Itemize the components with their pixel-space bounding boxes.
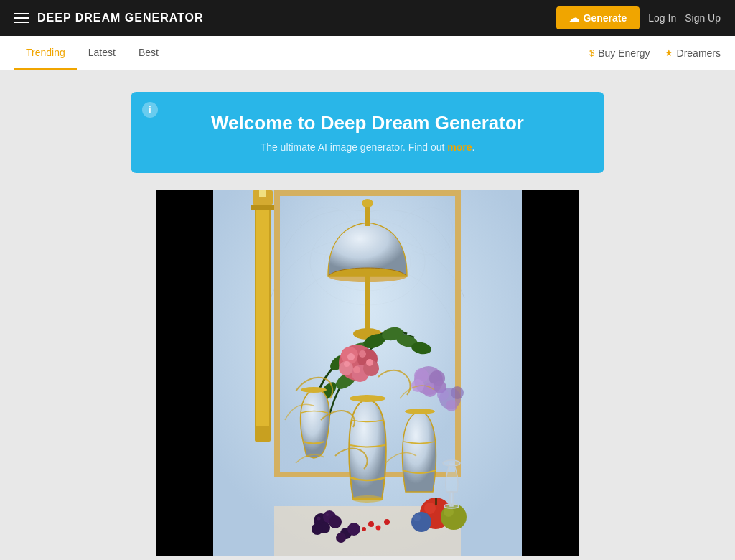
hamburger-menu-icon[interactable] bbox=[14, 13, 29, 23]
top-nav-left: DEEP DREAM GENERATOR bbox=[14, 11, 204, 24]
svg-point-34 bbox=[359, 350, 366, 358]
svg-point-37 bbox=[344, 361, 350, 367]
generate-label: Generate bbox=[584, 12, 627, 24]
more-link[interactable]: more bbox=[447, 141, 472, 153]
svg-point-58 bbox=[317, 517, 321, 521]
svg-point-73 bbox=[413, 514, 421, 521]
main-content: i Welcome to Deep Dream Generator The ul… bbox=[0, 70, 735, 560]
svg-point-45 bbox=[437, 389, 449, 401]
cloud-icon: ☁ bbox=[569, 12, 579, 24]
svg-point-49 bbox=[350, 395, 385, 402]
svg-point-74 bbox=[443, 460, 460, 466]
svg-point-33 bbox=[347, 353, 355, 360]
svg-rect-13 bbox=[455, 190, 461, 477]
svg-rect-5 bbox=[251, 205, 274, 210]
art-svg bbox=[213, 190, 522, 556]
sub-navigation: Trending Latest Best $ Buy Energy ★ Drea… bbox=[0, 36, 735, 70]
dollar-icon: $ bbox=[589, 47, 594, 58]
svg-point-64 bbox=[376, 526, 381, 531]
signup-link[interactable]: Sign Up bbox=[685, 12, 721, 24]
subtitle-suffix: . bbox=[472, 141, 475, 153]
welcome-title: Welcome to Deep Dream Generator bbox=[159, 112, 576, 134]
featured-image bbox=[156, 190, 579, 556]
image-right-bar bbox=[522, 190, 579, 556]
welcome-subtitle: The ultimate AI image generator. Find ou… bbox=[159, 141, 576, 153]
sub-nav-right: $ Buy Energy ★ Dreamers bbox=[589, 47, 721, 59]
svg-rect-17 bbox=[365, 276, 370, 334]
svg-point-62 bbox=[336, 533, 346, 543]
svg-rect-6 bbox=[256, 210, 269, 426]
dreamers-label: Dreamers bbox=[677, 47, 721, 59]
svg-point-16 bbox=[362, 199, 373, 207]
svg-point-50 bbox=[352, 495, 383, 503]
dreamers-link[interactable]: ★ Dreamers bbox=[665, 47, 721, 59]
svg-point-59 bbox=[326, 513, 329, 516]
svg-point-63 bbox=[368, 521, 374, 527]
svg-point-68 bbox=[424, 503, 436, 514]
welcome-banner: i Welcome to Deep Dream Generator The ul… bbox=[131, 92, 604, 173]
sub-nav-tabs: Trending Latest Best bbox=[14, 36, 170, 70]
featured-image-container bbox=[156, 190, 579, 556]
svg-point-36 bbox=[353, 366, 360, 373]
tab-trending[interactable]: Trending bbox=[14, 36, 77, 70]
login-link[interactable]: Log In bbox=[648, 12, 676, 24]
image-left-bar bbox=[156, 190, 213, 556]
svg-point-57 bbox=[312, 523, 323, 535]
svg-point-66 bbox=[384, 519, 390, 525]
svg-point-72 bbox=[411, 512, 431, 532]
buy-energy-label: Buy Energy bbox=[598, 47, 650, 59]
svg-point-61 bbox=[347, 523, 360, 536]
tab-trending-label: Trending bbox=[26, 47, 65, 58]
tab-best-label: Best bbox=[139, 47, 159, 58]
subtitle-text: The ultimate AI image generator. Find ou… bbox=[261, 141, 445, 153]
svg-point-35 bbox=[366, 359, 373, 366]
svg-point-48 bbox=[301, 387, 327, 393]
svg-rect-69 bbox=[435, 498, 437, 505]
star-icon: ★ bbox=[665, 47, 673, 58]
tab-best[interactable]: Best bbox=[127, 36, 170, 70]
tab-latest-label: Latest bbox=[88, 47, 116, 58]
svg-rect-15 bbox=[365, 205, 370, 226]
top-nav-right: ☁ Generate Log In Sign Up bbox=[556, 6, 721, 29]
site-title: DEEP DREAM GENERATOR bbox=[37, 11, 204, 24]
tab-latest[interactable]: Latest bbox=[77, 36, 127, 70]
svg-point-46 bbox=[451, 386, 464, 399]
svg-rect-12 bbox=[274, 190, 280, 477]
top-navigation: DEEP DREAM GENERATOR ☁ Generate Log In S… bbox=[0, 0, 735, 36]
info-icon: i bbox=[142, 102, 158, 118]
svg-rect-7 bbox=[259, 190, 266, 197]
buy-energy-link[interactable]: $ Buy Energy bbox=[589, 47, 650, 59]
svg-point-47 bbox=[446, 400, 457, 411]
svg-point-51 bbox=[405, 409, 435, 414]
svg-point-76 bbox=[444, 504, 459, 508]
generate-button[interactable]: ☁ Generate bbox=[556, 6, 640, 29]
svg-rect-10 bbox=[274, 190, 461, 196]
svg-point-65 bbox=[362, 527, 366, 531]
svg-point-56 bbox=[329, 515, 342, 528]
